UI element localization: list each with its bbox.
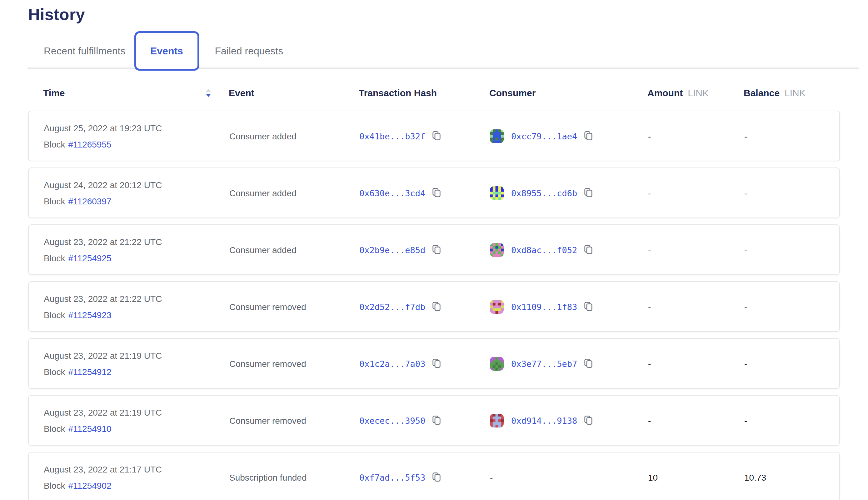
copy-icon[interactable] [583, 245, 593, 255]
tx-hash-link[interactable]: 0xf7ad...5f53 [359, 472, 425, 482]
copy-icon[interactable] [432, 130, 441, 141]
consumer-empty: - [490, 472, 493, 482]
tx-hash-link[interactable]: 0xecec...3950 [359, 415, 425, 425]
column-header-amount[interactable]: Amount LINK [648, 88, 744, 98]
block-number-link[interactable]: #11254910 [68, 423, 111, 433]
copy-icon[interactable] [432, 358, 441, 369]
event-cell: Subscription funded [229, 472, 359, 482]
tab-failed-requests[interactable]: Failed requests [199, 45, 292, 57]
consumer-address-link[interactable]: 0xd914...9138 [511, 415, 577, 425]
block-number-link[interactable]: #11254912 [68, 366, 111, 377]
row-timestamp: August 23, 2022 at 21:17 UTC [44, 464, 162, 474]
table-header: Time Event Transaction Hash Consumer Amo… [28, 88, 840, 98]
copy-icon[interactable] [432, 245, 441, 255]
column-header-event[interactable]: Event [229, 88, 359, 98]
block-number-link[interactable]: #11260397 [68, 196, 111, 206]
tx-hash-link[interactable]: 0x630e...3cd4 [359, 188, 425, 198]
consumer-address-link[interactable]: 0x8955...cd6b [511, 188, 577, 198]
column-header-time[interactable]: Time [43, 88, 229, 98]
time-cell: August 23, 2022 at 21:19 UTC Block #1125… [44, 350, 229, 377]
block-line: Block #11254910 [44, 423, 112, 433]
event-list: August 25, 2022 at 19:23 UTC Block #1126… [28, 111, 840, 500]
consumer-cell: 0xd914...9138 [490, 413, 648, 427]
amount-cell: - [648, 359, 744, 368]
table-row: August 24, 2022 at 20:12 UTC Block #1126… [28, 168, 840, 218]
consumer-address-link[interactable]: 0x3e77...5eb7 [511, 359, 577, 368]
tx-hash-link[interactable]: 0x41be...b32f [359, 131, 425, 141]
amount-cell: - [648, 188, 744, 198]
balance-cell: - [744, 188, 824, 198]
time-cell: August 23, 2022 at 21:22 UTC Block #1125… [44, 293, 229, 320]
block-label: Block [44, 310, 65, 320]
consumer-cell: 0x3e77...5eb7 [490, 356, 648, 370]
row-timestamp: August 23, 2022 at 21:19 UTC [44, 407, 162, 417]
consumer-identicon [490, 186, 504, 200]
consumer-identicon [490, 356, 504, 370]
tab-events[interactable]: Events [134, 31, 199, 71]
history-page: History Recent fulfillments Events Faile… [0, 0, 868, 500]
time-cell: August 23, 2022 at 21:17 UTC Block #1125… [44, 464, 229, 490]
column-header-consumer[interactable]: Consumer [489, 88, 648, 98]
copy-icon[interactable] [432, 415, 441, 425]
block-line: Block #11254923 [44, 310, 112, 320]
balance-cell: - [744, 302, 824, 311]
table-row: August 23, 2022 at 21:19 UTC Block #1125… [28, 338, 840, 389]
sort-arrows-icon[interactable] [206, 89, 211, 97]
consumer-address-link[interactable]: 0x1109...1f83 [511, 302, 577, 311]
consumer-cell: - [490, 472, 648, 482]
block-number-link[interactable]: #11254902 [68, 480, 111, 490]
block-line: Block #11254912 [44, 366, 112, 377]
row-timestamp: August 24, 2022 at 20:12 UTC [44, 180, 162, 190]
copy-icon[interactable] [583, 415, 593, 425]
copy-icon[interactable] [583, 188, 593, 198]
row-timestamp: August 25, 2022 at 19:23 UTC [44, 123, 162, 133]
event-cell: Consumer added [229, 188, 359, 198]
consumer-identicon [490, 129, 504, 143]
block-number-link[interactable]: #11265955 [68, 139, 111, 149]
consumer-identicon [490, 243, 504, 257]
block-number-link[interactable]: #11254923 [68, 310, 111, 320]
copy-icon[interactable] [583, 358, 593, 369]
event-cell: Consumer removed [229, 359, 359, 368]
balance-cell: - [744, 131, 824, 141]
balance-cell: - [744, 359, 824, 368]
copy-icon[interactable] [583, 301, 593, 312]
copy-icon[interactable] [432, 301, 441, 312]
amount-cell: - [648, 131, 744, 141]
tx-hash-link[interactable]: 0x2b9e...e85d [359, 245, 425, 255]
block-label: Block [44, 196, 65, 206]
time-cell: August 25, 2022 at 19:23 UTC Block #1126… [44, 123, 229, 149]
copy-icon[interactable] [432, 188, 441, 198]
block-line: Block #11265955 [44, 139, 112, 149]
event-cell: Consumer removed [229, 415, 359, 425]
time-cell: August 23, 2022 at 21:19 UTC Block #1125… [44, 407, 229, 433]
table-row: August 25, 2022 at 19:23 UTC Block #1126… [28, 111, 840, 161]
copy-icon[interactable] [583, 130, 593, 141]
page-title: History [0, 0, 868, 24]
row-timestamp: August 23, 2022 at 21:22 UTC [44, 237, 162, 247]
block-number-link[interactable]: #11254925 [68, 253, 111, 263]
consumer-cell: 0xd8ac...f052 [490, 243, 648, 257]
event-cell: Consumer added [229, 245, 359, 255]
copy-icon[interactable] [432, 472, 441, 482]
tx-hash-cell: 0xecec...3950 [359, 415, 490, 425]
column-header-tx-hash[interactable]: Transaction Hash [359, 88, 489, 98]
block-line: Block #11254902 [44, 480, 112, 490]
balance-unit-label: LINK [785, 88, 806, 98]
amount-cell: 10 [648, 472, 744, 482]
table-row: August 23, 2022 at 21:22 UTC Block #1125… [28, 281, 840, 332]
tx-hash-link[interactable]: 0x2d52...f7db [359, 302, 425, 311]
consumer-cell: 0x8955...cd6b [490, 186, 648, 200]
consumer-cell: 0x1109...1f83 [490, 300, 648, 314]
consumer-address-link[interactable]: 0xd8ac...f052 [511, 245, 577, 255]
block-line: Block #11260397 [44, 196, 112, 206]
block-line: Block #11254925 [44, 253, 112, 263]
tx-hash-link[interactable]: 0x1c2a...7a03 [359, 359, 425, 368]
block-label: Block [44, 253, 65, 263]
consumer-identicon [490, 300, 504, 314]
tab-recent-fulfillments[interactable]: Recent fulfillments [28, 45, 134, 57]
amount-unit-label: LINK [688, 88, 709, 98]
amount-cell: - [648, 415, 744, 425]
column-header-balance[interactable]: Balance LINK [744, 88, 825, 98]
consumer-address-link[interactable]: 0xcc79...1ae4 [511, 131, 577, 141]
